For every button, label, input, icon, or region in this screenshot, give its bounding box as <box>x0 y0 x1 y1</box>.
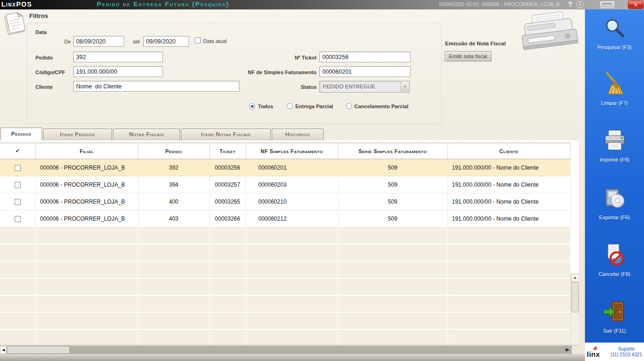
radio-todos[interactable] <box>249 103 255 109</box>
ticket-input[interactable] <box>319 52 411 62</box>
table-row-empty <box>0 227 570 244</box>
horizontal-scroll-thumb[interactable] <box>7 346 70 354</box>
date-from-input[interactable] <box>73 36 124 47</box>
exit-door-icon <box>602 300 627 326</box>
tab-pedidos[interactable]: Pedidos <box>0 128 42 140</box>
data-label: Data <box>35 29 47 35</box>
table-header-row: ✔ Filial Pedido Ticket NF Simples Fatura… <box>0 143 570 159</box>
header-cliente[interactable]: Cliente <box>447 143 570 159</box>
pedido-input[interactable] <box>73 52 163 62</box>
imprimir-button[interactable]: Imprimir (F9) <box>585 128 644 163</box>
radio-entrega-parcial[interactable] <box>287 103 293 109</box>
fax-printer-image <box>518 11 583 55</box>
nf-simples-label: NF de Simples Faturamento <box>222 69 317 75</box>
status-label: Status <box>269 84 317 90</box>
table-row-empty <box>0 329 570 346</box>
table-row-empty <box>0 244 570 261</box>
info-icon[interactable]: i <box>576 1 584 8</box>
support-label: Suporte <box>618 346 635 352</box>
table-row-empty <box>0 295 570 312</box>
pesquisar-label: Pesquisar (F3) <box>597 44 631 50</box>
help-icon[interactable]: ? <box>568 0 572 8</box>
current-date-label: Data atual <box>203 38 227 44</box>
date-to-label: até <box>133 39 140 44</box>
row-checkbox[interactable] <box>15 165 21 171</box>
cancelar-button[interactable]: Cancelar (F8) <box>585 242 644 277</box>
titlebar: LinxPOS Pedido de Entrega Futura (Pesqui… <box>0 0 644 9</box>
row-checkbox[interactable] <box>15 182 21 188</box>
date-to-input[interactable] <box>143 36 189 47</box>
pesquisar-button[interactable]: Pesquisar (F3) <box>585 15 644 50</box>
sidebar-footer: linx Suporte (11) 2103 4321 <box>585 343 644 361</box>
cell-filial: 000006 - PROCORRER_LOJA_B <box>35 210 138 227</box>
cell-filial: 000006 - PROCORRER_LOJA_B <box>35 159 138 176</box>
cell-nf: 000060203 <box>246 176 338 193</box>
table-row[interactable]: 000006 - PROCORRER_LOJA_B394000032570000… <box>0 176 570 193</box>
vertical-scroll-thumb[interactable] <box>571 282 579 312</box>
emitir-nota-fiscal-button[interactable]: Emitir nota fiscal <box>445 51 491 61</box>
header-serie-simples[interactable]: Serie Simples Faturamento <box>338 143 447 159</box>
table-body: 000006 - PROCORRER_LOJA_B392000032560000… <box>0 159 570 346</box>
limpar-label: Limpar (F7) <box>601 100 628 106</box>
current-date-checkbox[interactable] <box>195 37 201 43</box>
limpar-button[interactable]: Limpar (F7) <box>585 71 644 106</box>
cell-serie: 509 <box>338 159 447 176</box>
header-filial[interactable]: Filial <box>35 143 138 159</box>
cell-filial: 000006 - PROCORRER_LOJA_B <box>35 176 138 193</box>
radio-entrega-parcial-label: Entrega Parcial <box>295 103 333 109</box>
cell-nf: 000060210 <box>246 193 338 210</box>
horizontal-scrollbar[interactable]: ◀ ▶ <box>0 346 572 354</box>
cell-ticket: 00003257 <box>209 176 246 193</box>
sair-button[interactable]: Sair (F11) <box>585 299 644 334</box>
status-select[interactable]: PEDIDO ENTREGUE ▼ <box>319 81 410 93</box>
radio-cancelamento-parcial[interactable] <box>346 103 352 109</box>
cell-pedido: 394 <box>138 176 209 193</box>
date-from-label: De <box>64 39 71 44</box>
scroll-left-icon[interactable]: ◀ <box>0 346 7 354</box>
scroll-up-icon[interactable]: ▲ <box>571 274 579 282</box>
table-row-empty <box>0 278 570 295</box>
filters-heading: Filtros <box>29 12 48 19</box>
ticket-label: Nº Ticket <box>255 55 317 60</box>
nf-simples-input[interactable] <box>319 66 411 77</box>
row-checkbox-cell <box>0 193 35 210</box>
cell-nf: 000060201 <box>246 159 338 176</box>
cliente-label: Cliente <box>35 84 53 90</box>
tab-itens-pedidos[interactable]: Itens Pedidos <box>43 129 112 140</box>
codigo-cpf-input[interactable] <box>73 66 163 77</box>
tab-notas-fiscais[interactable]: Notas Fiscais <box>113 129 180 140</box>
close-button[interactable]: ✕ <box>628 0 644 9</box>
session-info: 10/09/2020 02:07, 000006 - PROCORRER_LOJ… <box>438 1 561 7</box>
row-checkbox[interactable] <box>15 199 21 205</box>
tab-itens-notas-fiscais[interactable]: Itens Notas Fiscais <box>181 129 271 140</box>
cancelar-label: Cancelar (F8) <box>599 271 630 277</box>
exportar-label: Exportar (F6) <box>599 215 630 220</box>
cliente-input[interactable] <box>73 81 240 92</box>
results-grid: ✔ Filial Pedido Ticket NF Simples Fatura… <box>0 140 579 345</box>
header-ticket[interactable]: Ticket <box>209 143 246 159</box>
header-nf-simples[interactable]: NF Simples Faturamento <box>246 143 338 159</box>
exportar-button[interactable]: Exportar (F6) <box>585 185 644 220</box>
chevron-down-icon[interactable]: ▼ <box>401 82 409 92</box>
cell-pedido: 392 <box>138 159 209 176</box>
window-button-icon[interactable] <box>600 1 614 8</box>
cell-ticket: 00003266 <box>209 210 246 227</box>
scroll-right-icon[interactable]: ▶ <box>564 346 571 354</box>
radio-todos-label: Todos <box>258 103 273 109</box>
tab-historico[interactable]: Histórico <box>272 129 324 140</box>
table-row[interactable]: 000006 - PROCORRER_LOJA_B403000032660000… <box>0 210 570 227</box>
action-sidebar: Pesquisar (F3) Limpar (F7) <box>585 9 644 343</box>
vertical-scrollbar[interactable]: ▲ ▼ <box>570 274 579 345</box>
support-phone: (11) 2103 4321 <box>610 352 642 357</box>
header-pedido[interactable]: Pedido <box>138 143 209 159</box>
cell-ticket: 00003265 <box>209 193 246 210</box>
cell-cliente: 191.000.000/00 - Nome do Cliente <box>447 159 570 176</box>
printer-icon <box>602 129 627 155</box>
pedido-label: Pedido <box>35 55 53 60</box>
table-row[interactable]: 000006 - PROCORRER_LOJA_B392000032560000… <box>0 159 570 176</box>
row-checkbox[interactable] <box>15 216 21 222</box>
notes-icon <box>2 11 28 37</box>
table-row[interactable]: 000006 - PROCORRER_LOJA_B400000032650000… <box>0 193 570 210</box>
window-title: Pedido de Entrega Futura (Pesquisa) <box>97 0 229 8</box>
main-content: Filtros Data De até Data atual Pedido Nº… <box>0 9 585 361</box>
